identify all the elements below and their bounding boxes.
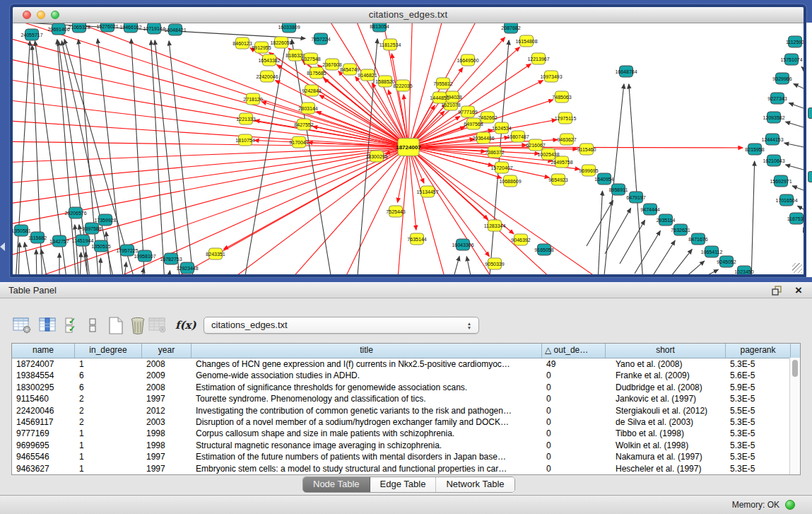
cell-short: Jankovic et al. (1997) [606,393,726,404]
table-panel-title: Table Panel [8,283,57,298]
graph-node-label: 18226058 [270,40,292,45]
network-canvas[interactable]: 2405571720691406210653281527602119466162… [13,23,804,274]
graph-node-label: 10958107 [134,254,155,259]
graph-node-label: 7525443 [386,209,405,214]
minimize-window-button[interactable] [37,11,45,19]
dropdown-stepper-icon: ▲▼ [465,318,473,334]
cell-in_degree: 2 [75,405,142,416]
cell-title: Estimation of the future numbers of pati… [192,451,542,462]
column-header-pagerank[interactable]: pagerank [726,344,791,358]
delete-table-icon[interactable] [148,315,167,336]
tab-edge-table[interactable]: Edge Table [370,477,437,492]
function-builder-icon[interactable]: f(x) [175,315,196,336]
cell-year: 2012 [142,405,192,416]
column-header-title[interactable]: title [192,344,542,358]
graph-node-label: 8454749 [340,67,359,72]
table-row[interactable]: 1456911722003Disruption of a novel membe… [12,416,800,428]
show-column-icon[interactable] [39,315,57,336]
graph-node-label: 16648784 [615,69,637,74]
close-panel-icon[interactable]: × [795,283,802,298]
network-graph[interactable]: 2405571720691406210653281527602119466162… [13,23,804,274]
graph-node-label: 1640954 [594,177,613,182]
cell-out_degree: 0 [542,370,606,381]
graph-node-label: 12093582 [763,115,784,120]
row-options-icon[interactable] [88,315,97,336]
cell-in_degree: 1 [75,428,142,439]
column-header-name[interactable]: name [12,344,75,358]
table-panel-header: Table Panel × [0,282,812,298]
cell-in_degree: 2 [75,393,142,404]
vertical-scrollbar[interactable] [789,358,800,475]
tab-node-table[interactable]: Node Table [303,477,370,492]
table-row[interactable]: 946554611997Estimation of the future num… [12,451,800,462]
cell-name: 18300295 [12,382,75,393]
table-row[interactable]: 1830029562008Estimation of significance … [12,382,800,393]
table-row[interactable]: 946362711997Embryonic stem cells: a mode… [12,463,800,474]
cell-in_degree: 1 [75,358,142,370]
cell-short: Wolkin et al. (1998) [606,440,726,451]
graph-node-label: 16043306 [452,243,473,247]
close-window-button[interactable] [23,11,31,19]
cell-name: 19384554 [12,370,75,381]
graph-node-label: 15720407 [490,165,512,170]
table-row[interactable]: 2242004622012Investigating the contribut… [12,405,800,416]
cell-year: 1997 [142,451,192,462]
cell-name: 18724007 [12,358,75,370]
graph-node-label: 2718120 [243,97,262,102]
graph-node-label: 17016504 [775,198,797,203]
graph-node-label: 6497568 [464,122,483,127]
graph-node-label: 8427552 [294,122,313,127]
graph-node-label: 1444851 [430,95,449,100]
graph-node-label: 7632621 [671,228,690,233]
cell-title: Structural magnetic resonance image aver… [192,440,542,451]
cell-name: 22420046 [12,405,75,416]
delete-column-icon[interactable] [129,315,146,336]
cell-name: 9115460 [12,393,75,404]
memory-status-dot[interactable] [785,500,795,510]
zoom-window-button[interactable] [51,11,59,19]
network-window-titlebar[interactable]: citations_edges.txt [13,7,804,23]
table-row[interactable]: 911546021997Tourette syndrome. Phenomeno… [12,393,800,404]
float-panel-icon[interactable] [771,285,782,296]
table-settings-icon[interactable] [13,315,32,336]
table-row[interactable]: 969969511998Structural magnetic resonanc… [12,440,800,451]
column-header-year[interactable]: year [142,344,192,358]
graph-node-label: 9474444 [640,207,659,212]
graph-node-label: 22420046 [256,74,278,79]
graph-node-label: 2087682 [501,25,520,30]
memory-status-label: Memory: OK [732,496,779,514]
table-row[interactable]: 1872400712008Changes of HCN gene express… [12,358,800,370]
svg-text:✓: ✓ [69,324,76,334]
table-panel: Table Panel × ✓ ✓ [0,282,812,495]
column-header-short[interactable]: short [606,344,726,358]
graph-node-label: 9050339 [485,262,504,267]
scrollbar-thumb[interactable] [792,360,798,377]
network-window: citations_edges.txt 24055717206914062106… [10,4,806,277]
table-selector-dropdown[interactable]: citations_edges.txt ▲▼ [204,317,479,334]
hidden-panel-handle[interactable] [0,243,5,251]
graph-node-label: 20691406 [47,27,69,32]
graph-node-label: 7386372 [485,150,504,155]
graph-node-label: 16033809 [278,25,300,30]
graph-node-label: 11451944 [72,238,94,243]
table-row[interactable]: 1938455462009Genome-wide association stu… [12,370,800,381]
graph-node-label: 1624534 [492,126,511,131]
graph-node-label: 1115682 [28,235,47,240]
cell-name: 9463627 [12,463,75,474]
cell-out_degree: 0 [542,463,606,474]
cell-year: 2003 [142,416,192,428]
resize-grip[interactable] [792,263,802,273]
graph-node-label: 1350581 [13,228,31,233]
select-columns-icon[interactable]: ✓ ✓ [65,315,79,336]
graph-node-label: 19466162 [119,25,141,30]
table-row[interactable]: 977716911998Corpus callosum shape and si… [12,428,800,439]
cell-in_degree: 6 [75,382,142,393]
cell-out_degree: 0 [542,405,606,416]
cell-short: Dudbridge et al. (2008) [606,382,726,393]
graph-node-label: 8912955 [252,45,271,50]
graph-node-label: 18300295 [365,154,387,159]
tab-network-table[interactable]: Network Table [436,477,514,492]
new-column-icon[interactable] [107,315,124,336]
column-header-out_degree[interactable]: △ out_de… [542,344,606,358]
column-header-in_degree[interactable]: in_degree [75,344,142,358]
